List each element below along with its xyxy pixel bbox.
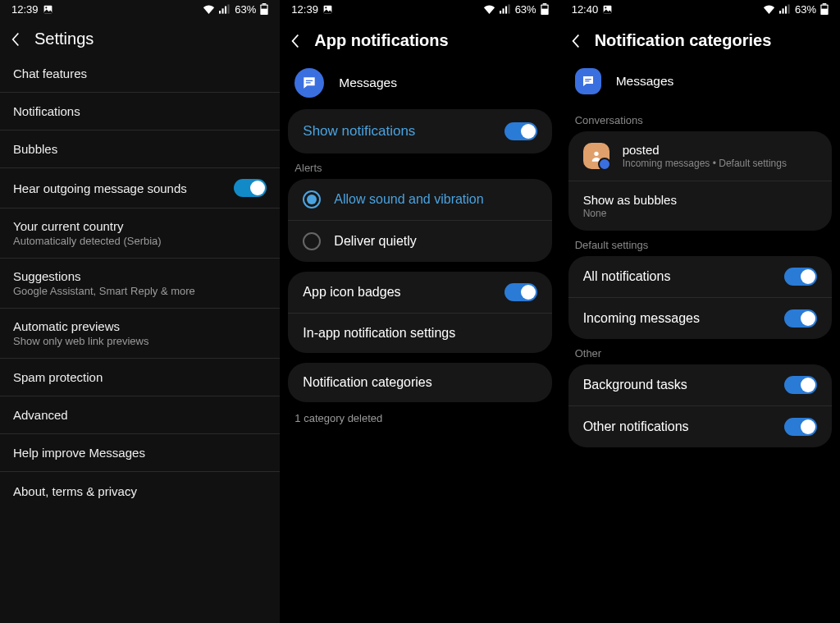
row-title: Hear outgoing message sounds (13, 181, 234, 195)
settings-row-9[interactable]: Help improve Messages (0, 434, 280, 472)
row-title: Bubbles (13, 142, 267, 156)
battery-icon (541, 3, 549, 15)
show-as-bubbles-row[interactable]: Show as bubbles None (568, 181, 832, 231)
svg-rect-18 (306, 80, 313, 81)
svg-rect-30 (585, 80, 589, 81)
svg-rect-8 (262, 6, 267, 9)
show-notifications-label: Show notifications (303, 123, 504, 140)
app-icon-badges-row[interactable]: App icon badges (288, 272, 551, 314)
settings-row-5[interactable]: SuggestionsGoogle Assistant, Smart Reply… (0, 259, 280, 309)
svg-point-31 (594, 152, 598, 156)
settings-row-0[interactable]: Chat features (0, 55, 280, 93)
settings-list: Chat featuresNotificationsBubblesHear ou… (0, 55, 280, 510)
status-bar: 12:39 63% (280, 0, 559, 18)
picture-icon (602, 4, 613, 15)
battery-pct: 63% (235, 3, 256, 16)
svg-point-21 (605, 7, 606, 8)
status-bar: 12:39 63% (0, 0, 280, 18)
conversations-section-label: Conversations (560, 106, 840, 131)
all-notifications-label: All notifications (583, 269, 771, 284)
app-row: Messages (280, 62, 559, 109)
battery-icon (820, 3, 829, 15)
conversations-card: posted Incoming messages • Default setti… (568, 131, 832, 231)
wifi-icon (483, 4, 495, 14)
picture-icon (43, 4, 53, 15)
settings-row-1[interactable]: Notifications (0, 93, 280, 131)
row-subtitle: Google Assistant, Smart Reply & more (13, 285, 267, 297)
settings-row-2[interactable]: Bubbles (0, 131, 280, 168)
svg-point-10 (325, 7, 326, 8)
svg-rect-13 (505, 7, 507, 14)
svg-rect-23 (782, 8, 783, 13)
svg-rect-15 (542, 3, 546, 5)
back-icon[interactable] (291, 34, 299, 48)
back-icon[interactable] (572, 34, 580, 48)
alerts-card: Allow sound and vibration Deliver quietl… (288, 179, 551, 262)
show-as-bubbles-label: Show as bubbles (583, 193, 817, 207)
contact-avatar-icon (583, 143, 609, 169)
signal-icon (500, 4, 511, 14)
settings-row-3[interactable]: Hear outgoing message sounds (0, 168, 280, 208)
back-icon[interactable] (11, 32, 20, 47)
app-name: Messages (616, 74, 674, 89)
notification-categories-panel: 12:40 63% Notification categories Messag… (560, 0, 840, 623)
page-title: App notifications (314, 31, 448, 50)
incoming-messages-toggle[interactable] (784, 309, 817, 328)
signal-icon (779, 4, 791, 14)
wifi-icon (203, 4, 215, 14)
status-time: 12:40 (572, 3, 599, 16)
notification-categories-card[interactable]: Notification categories (288, 363, 551, 402)
app-row: Messages (560, 62, 840, 106)
show-notifications-card[interactable]: Show notifications (288, 109, 551, 153)
deliver-quietly-row[interactable]: Deliver quietly (288, 221, 551, 262)
svg-rect-14 (508, 4, 509, 13)
app-name: Messages (339, 76, 397, 90)
settings-row-8[interactable]: Advanced (0, 396, 280, 434)
page-title: Settings (34, 30, 94, 48)
radio-off-icon[interactable] (303, 232, 321, 250)
deliver-quietly-label: Deliver quietly (334, 234, 536, 249)
row-title: Advanced (13, 408, 267, 422)
settings-row-6[interactable]: Automatic previewsShow only web link pre… (0, 309, 280, 359)
incoming-messages-row[interactable]: Incoming messages (568, 298, 832, 339)
wifi-icon (763, 4, 775, 14)
row-title: Spam protection (13, 370, 267, 384)
svg-rect-24 (785, 7, 787, 14)
allow-sound-row[interactable]: Allow sound and vibration (288, 179, 551, 221)
svg-rect-2 (219, 11, 221, 14)
badges-card: App icon badges In-app notification sett… (288, 272, 551, 353)
allow-sound-label: Allow sound and vibration (334, 192, 536, 207)
all-notifications-toggle[interactable] (784, 268, 817, 286)
alerts-section-label: Alerts (280, 153, 559, 179)
row-title: Notifications (13, 104, 267, 118)
other-notifications-row[interactable]: Other notifications (568, 406, 832, 447)
settings-row-7[interactable]: Spam protection (0, 359, 280, 396)
svg-rect-22 (779, 11, 781, 14)
svg-point-1 (45, 7, 47, 8)
battery-pct: 63% (795, 3, 816, 16)
svg-rect-5 (228, 4, 230, 13)
app-icon-badges-toggle[interactable] (504, 283, 537, 301)
status-time: 12:39 (291, 3, 318, 16)
radio-on-icon[interactable] (303, 190, 321, 208)
row-title: Your current country (13, 219, 267, 233)
notification-categories-label: Notification categories (303, 375, 536, 390)
svg-rect-19 (306, 82, 311, 83)
row-toggle[interactable] (234, 179, 267, 197)
background-tasks-toggle[interactable] (784, 376, 817, 394)
status-time: 12:39 (11, 3, 39, 16)
all-notifications-row[interactable]: All notifications (568, 256, 832, 298)
in-app-settings-row[interactable]: In-app notification settings (288, 314, 551, 353)
messages-app-icon (575, 68, 601, 94)
other-notifications-label: Other notifications (583, 419, 771, 434)
settings-row-4[interactable]: Your current countryAutomatically detect… (0, 208, 280, 259)
posted-row[interactable]: posted Incoming messages • Default setti… (568, 131, 832, 181)
posted-sub: Incoming messages • Default settings (623, 158, 817, 169)
show-notifications-toggle[interactable] (504, 122, 537, 140)
background-tasks-row[interactable]: Background tasks (568, 364, 832, 406)
default-settings-card: All notifications Incoming messages (568, 256, 832, 339)
other-notifications-toggle[interactable] (784, 418, 817, 436)
posted-title: posted (623, 143, 817, 157)
settings-row-10[interactable]: About, terms & privacy (0, 472, 280, 510)
svg-rect-17 (541, 6, 547, 9)
